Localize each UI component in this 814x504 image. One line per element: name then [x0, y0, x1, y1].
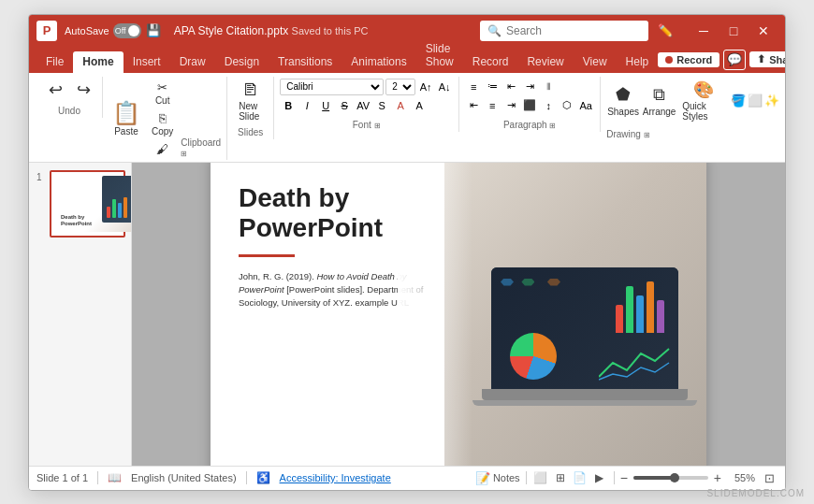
font-row-1: Calibri Arial Times New Roman 24 28 32 A…	[280, 79, 453, 95]
decrease-indent-button[interactable]: ⇤	[502, 79, 519, 95]
filename: APA Style Citation.pptx Saved to this PC	[174, 24, 474, 37]
convert-to-text-button[interactable]: Aa	[577, 97, 594, 114]
tab-record[interactable]: Record	[463, 51, 518, 73]
slide-right-image	[444, 163, 706, 466]
tab-transitions[interactable]: Transitions	[269, 51, 342, 73]
shadow-button[interactable]: S	[373, 97, 390, 114]
thumb-image	[102, 176, 132, 223]
shapes-button[interactable]: ⬟ Shapes	[606, 83, 640, 119]
notes-icon: 📝	[475, 471, 490, 485]
tab-view[interactable]: View	[574, 51, 617, 73]
char-spacing-button[interactable]: AV	[355, 97, 371, 114]
cut-button[interactable]: ✂ Cut	[148, 79, 177, 108]
record-button[interactable]: Record	[658, 52, 720, 67]
divider-2	[246, 471, 247, 484]
copy-button[interactable]: ⎘ Copy	[148, 109, 177, 138]
increase-font-button[interactable]: A↑	[417, 79, 434, 95]
undo-row: ↩ ↪	[42, 79, 96, 103]
smart-art-button[interactable]: ⬡	[559, 97, 575, 114]
zoom-plus-button[interactable]: +	[714, 470, 721, 485]
redo-icon: ↪	[77, 80, 91, 101]
quick-styles-button[interactable]: 🎨 Quick Styles	[678, 79, 729, 124]
redo-button[interactable]: ↪	[70, 79, 96, 103]
share-button[interactable]: ⬆ Share ▾	[749, 51, 786, 67]
italic-button[interactable]: I	[298, 97, 315, 114]
paragraph-group: ≡ ≔ ⇤ ⇥ ⫴ ⇤ ≡ ⇥ ⬛ ↕ ⬡ Aa Paragraph ⊞	[459, 77, 601, 132]
columns-button[interactable]: ⫴	[540, 79, 557, 95]
zoom-track-fill	[633, 476, 675, 480]
underline-button[interactable]: U	[317, 97, 334, 114]
record-dot	[665, 56, 673, 64]
clipboard-label: Clipboard ⊞	[181, 136, 221, 158]
fit-slide-button[interactable]: ⊡	[761, 469, 778, 486]
undo-button[interactable]: ↩	[42, 79, 68, 103]
tab-file[interactable]: File	[36, 51, 73, 73]
font-family-select[interactable]: Calibri Arial Times New Roman	[280, 79, 384, 95]
slide-overlay	[398, 163, 472, 466]
autosave-toggle[interactable]: Off	[113, 23, 141, 38]
tab-home[interactable]: Home	[73, 51, 123, 73]
numbered-list-button[interactable]: ≔	[484, 79, 501, 95]
decrease-font-button[interactable]: A↓	[436, 79, 453, 95]
thumb-chart	[107, 194, 132, 218]
accessibility-label[interactable]: Accessibility: Investigate	[280, 472, 391, 483]
zoom-slider[interactable]	[633, 476, 708, 480]
shape-effects-button[interactable]: ✨	[764, 93, 779, 109]
tab-help[interactable]: Help	[617, 51, 659, 73]
new-slide-button[interactable]: 🖹 New Slide	[235, 79, 266, 124]
pen-icon[interactable]: ✏️	[654, 21, 676, 41]
search-box[interactable]: 🔍	[480, 21, 648, 41]
tab-insert[interactable]: Insert	[124, 51, 170, 73]
slideshow-button[interactable]: ▶	[591, 469, 608, 486]
para-row-1: ≡ ≔ ⇤ ⇥ ⫴	[465, 79, 594, 95]
laptop-base	[482, 389, 688, 400]
bullets-button[interactable]: ≡	[465, 79, 482, 95]
comment-icon[interactable]: 💬	[723, 50, 746, 70]
slide-thumbnail[interactable]: Death byPowerPoint	[50, 170, 125, 238]
restore-button[interactable]: □	[720, 21, 748, 41]
font-size-select[interactable]: 24 28 32	[385, 79, 415, 95]
notes-button[interactable]: 📝 Notes	[475, 471, 520, 485]
save-icon[interactable]: 💾	[144, 22, 163, 40]
close-button[interactable]: ✕	[749, 21, 778, 41]
drawing-label: Drawing ⊞	[606, 125, 649, 139]
paste-button[interactable]: 📋 Paste	[109, 98, 144, 138]
normal-view-button[interactable]: ⬜	[532, 469, 549, 486]
font-color-button[interactable]: A	[392, 97, 409, 114]
tab-animations[interactable]: Animations	[342, 51, 415, 73]
search-input[interactable]	[506, 24, 637, 37]
align-center-button[interactable]: ≡	[484, 97, 501, 114]
canvas-area: Death by PowerPoint John, R. G. (2019). …	[132, 163, 785, 466]
chart-bars	[616, 277, 664, 333]
laptop-bottom	[472, 400, 697, 406]
tab-draw[interactable]: Draw	[170, 51, 215, 73]
clipboard-actions: ✂ Cut ⎘ Copy 🖌	[148, 79, 177, 158]
font-group: Calibri Arial Times New Roman 24 28 32 A…	[274, 77, 459, 132]
zoom-minus-button[interactable]: −	[620, 470, 628, 485]
autosave-label: AutoSave	[65, 25, 109, 36]
tab-slideshow[interactable]: Slide Show	[416, 38, 463, 73]
align-right-button[interactable]: ⇥	[502, 97, 519, 114]
line-spacing-button[interactable]: ↕	[540, 97, 557, 114]
shape-outline-button[interactable]: ⬜	[748, 93, 763, 109]
arrange-button[interactable]: ⧉ Arrange	[642, 83, 676, 119]
shape-fill-button[interactable]: 🪣	[731, 93, 746, 109]
justify-button[interactable]: ⬛	[521, 97, 538, 114]
bold-button[interactable]: B	[280, 97, 297, 114]
increase-indent-button[interactable]: ⇥	[521, 79, 538, 95]
drawing-row: ⬟ Shapes ⧉ Arrange 🎨 Quick Styles 🪣 ⬜ ✨	[606, 79, 779, 124]
slide-sorter-button[interactable]: ⊞	[552, 469, 569, 486]
tab-review[interactable]: Review	[517, 51, 573, 73]
tab-design[interactable]: Design	[215, 51, 269, 73]
align-left-button[interactable]: ⇤	[465, 97, 482, 114]
arrange-label: Arrange	[643, 107, 676, 117]
drawing-group: ⬟ Shapes ⧉ Arrange 🎨 Quick Styles 🪣 ⬜ ✨	[601, 77, 786, 142]
quick-styles-icon: 🎨	[693, 80, 714, 101]
strikethrough-button[interactable]: S	[336, 97, 353, 114]
paragraph-label: Paragraph ⊞	[465, 116, 594, 130]
format-painter-button[interactable]: 🖌	[148, 140, 177, 158]
highlight-button[interactable]: A	[411, 97, 428, 114]
reading-view-button[interactable]: 📄	[572, 469, 589, 486]
minimize-button[interactable]: ─	[690, 21, 718, 41]
slide-canvas[interactable]: Death by PowerPoint John, R. G. (2019). …	[211, 163, 706, 466]
